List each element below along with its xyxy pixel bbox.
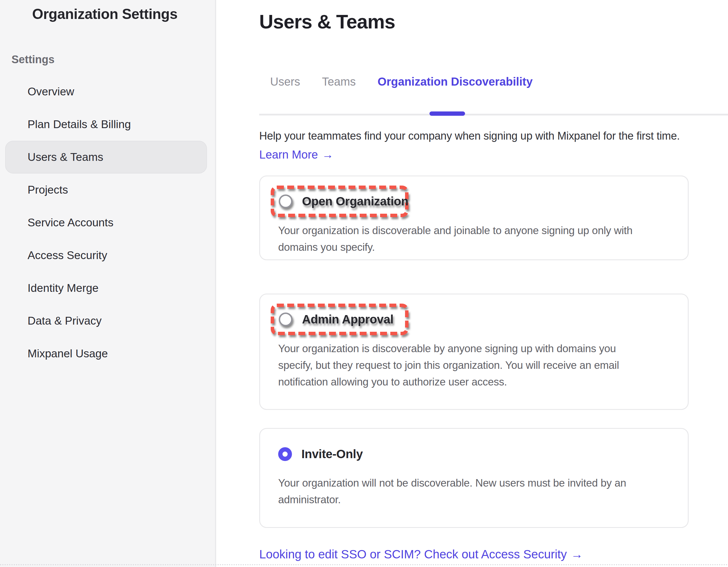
option-card-admin-approval: Admin Approval Your organization is disc… xyxy=(259,294,689,410)
sidebar: Organization Settings Settings Overview … xyxy=(0,0,216,567)
bottom-dotted-divider xyxy=(0,564,728,565)
page-title: Users & Teams xyxy=(259,10,395,33)
option-label-invite-only[interactable]: Invite-Only xyxy=(301,447,363,461)
arrow-right-icon: → xyxy=(571,547,583,561)
tab-users[interactable]: Users xyxy=(270,75,300,88)
sidebar-item-data-privacy[interactable]: Data & Privacy xyxy=(0,305,215,337)
sidebar-section-label: Settings xyxy=(11,53,55,66)
option-card-invite-only: Invite-Only Your organization will not b… xyxy=(259,428,689,528)
arrow-right-icon: → xyxy=(322,148,334,161)
tab-divider xyxy=(259,114,728,115)
tab-teams[interactable]: Teams xyxy=(322,75,356,88)
option-label-open-organization[interactable]: Open Organization xyxy=(302,194,408,208)
radio-admin-approval[interactable] xyxy=(279,313,293,326)
sidebar-title: Organization Settings xyxy=(32,6,177,22)
access-security-link[interactable]: Looking to edit SSO or SCIM? Check out A… xyxy=(259,547,583,561)
sidebar-item-mixpanel-usage[interactable]: Mixpanel Usage xyxy=(0,337,215,370)
learn-more-link[interactable]: Learn More→ xyxy=(259,148,334,161)
intro-text: Help your teammates find your company wh… xyxy=(259,130,680,142)
option-description-invite-only: Your organization will not be discoverab… xyxy=(278,475,626,508)
access-security-link-label: Looking to edit SSO or SCIM? Check out A… xyxy=(259,547,567,561)
tab-bar: Users Teams Organization Discoverability xyxy=(270,75,533,88)
sidebar-item-plan-details-billing[interactable]: Plan Details & Billing xyxy=(0,108,215,141)
main-content: Users & Teams Users Teams Organization D… xyxy=(216,0,728,567)
sidebar-item-users-teams[interactable]: Users & Teams xyxy=(5,141,207,173)
option-row-invite-only: Invite-Only xyxy=(278,447,363,461)
option-description-open-organization: Your organization is discoverable and jo… xyxy=(278,222,632,255)
sidebar-item-overview[interactable]: Overview xyxy=(0,75,215,108)
radio-invite-only[interactable] xyxy=(278,447,292,461)
tab-organization-discoverability[interactable]: Organization Discoverability xyxy=(377,75,533,88)
active-tab-indicator xyxy=(429,111,465,116)
option-card-open-organization: Open Organization Your organization is d… xyxy=(259,175,689,260)
sidebar-item-access-security[interactable]: Access Security xyxy=(0,239,215,272)
radio-open-organization[interactable] xyxy=(279,194,293,208)
sidebar-item-service-accounts[interactable]: Service Accounts xyxy=(0,206,215,239)
learn-more-label: Learn More xyxy=(259,148,318,161)
annotation-box-admin-approval: Admin Approval xyxy=(271,304,408,335)
sidebar-nav: Overview Plan Details & Billing Users & … xyxy=(0,75,215,370)
sidebar-item-projects[interactable]: Projects xyxy=(0,173,215,206)
annotation-box-open-organization: Open Organization xyxy=(271,185,408,217)
option-label-admin-approval[interactable]: Admin Approval xyxy=(302,313,394,326)
sidebar-item-identity-merge[interactable]: Identity Merge xyxy=(0,272,215,305)
option-description-admin-approval: Your organization is discoverable by any… xyxy=(278,341,619,390)
